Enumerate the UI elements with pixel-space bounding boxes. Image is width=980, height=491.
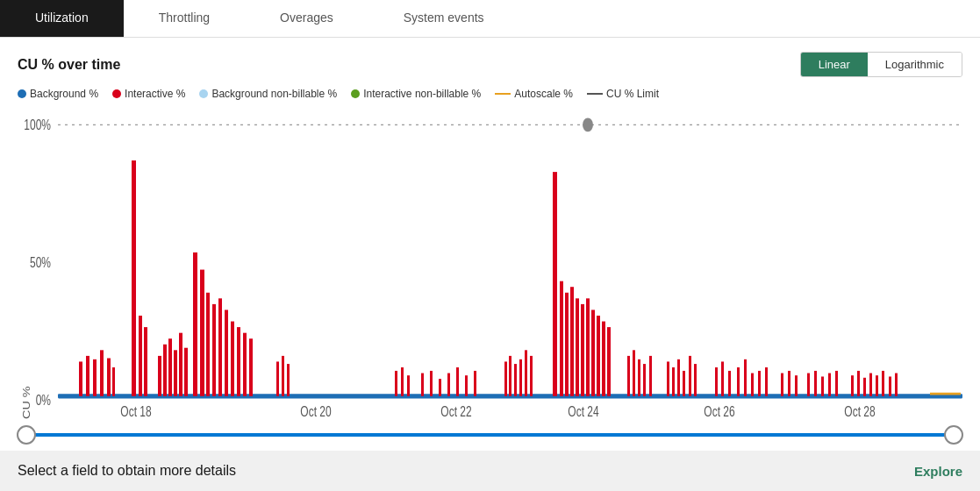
svg-rect-80 (781, 374, 783, 396)
legend-background-nonbillable: Background non-billable % (199, 88, 337, 100)
svg-rect-89 (857, 371, 860, 396)
svg-rect-31 (276, 361, 279, 395)
svg-rect-52 (565, 293, 569, 396)
legend-cu-limit: CU % Limit (587, 88, 659, 100)
svg-rect-92 (876, 375, 878, 396)
legend-interactive: Interactive % (112, 88, 185, 100)
svg-rect-58 (597, 316, 600, 396)
legend-interactive-nonbillable: Interactive non-billable % (351, 88, 481, 100)
tab-throttling[interactable]: Throttling (124, 0, 245, 37)
svg-rect-45 (509, 356, 511, 396)
svg-rect-65 (649, 356, 652, 396)
svg-rect-37 (421, 374, 424, 396)
interactive-nonbillable-dot (351, 89, 360, 98)
explore-button[interactable]: Explore (914, 464, 962, 479)
svg-rect-83 (807, 374, 810, 396)
svg-rect-90 (863, 378, 866, 396)
svg-rect-49 (530, 356, 533, 396)
svg-text:Oct 20: Oct 20 (300, 404, 332, 419)
cu-limit-dash (587, 93, 603, 95)
range-thumb-right[interactable] (944, 425, 963, 445)
svg-text:CU %: CU % (21, 386, 32, 419)
svg-rect-33 (287, 364, 290, 396)
svg-rect-81 (788, 371, 790, 396)
svg-rect-25 (218, 298, 222, 395)
svg-rect-59 (602, 322, 605, 396)
svg-rect-23 (206, 293, 210, 396)
bottom-bar: Select a field to obtain more details Ex… (0, 451, 980, 491)
main-content: CU % over time Linear Logarithmic Backgr… (0, 38, 980, 451)
legend-interactive-label: Interactive % (125, 88, 185, 100)
svg-rect-6 (79, 361, 82, 395)
svg-rect-15 (158, 356, 161, 396)
svg-rect-74 (728, 371, 731, 396)
svg-rect-62 (633, 350, 635, 395)
svg-rect-70 (689, 356, 691, 396)
svg-rect-11 (112, 367, 115, 396)
chart-legend: Background % Interactive % Background no… (18, 88, 962, 100)
svg-rect-10 (107, 359, 111, 396)
chart-svg: 100% 50% 0% (18, 109, 962, 419)
svg-rect-34 (395, 371, 397, 396)
range-thumb-left[interactable] (17, 425, 36, 445)
svg-rect-22 (200, 270, 204, 396)
svg-rect-75 (737, 367, 740, 396)
svg-rect-43 (474, 371, 476, 396)
tab-overages[interactable]: Overages (245, 0, 368, 37)
svg-rect-63 (638, 359, 640, 396)
svg-rect-95 (895, 374, 898, 396)
tab-utilization[interactable]: Utilization (0, 0, 124, 37)
chart-title: CU % over time (18, 57, 120, 73)
svg-rect-24 (212, 304, 216, 396)
svg-rect-68 (677, 359, 680, 396)
svg-rect-69 (683, 371, 685, 396)
range-slider[interactable] (18, 419, 962, 451)
svg-rect-85 (821, 376, 824, 395)
svg-rect-28 (237, 327, 240, 396)
svg-text:Oct 24: Oct 24 (568, 404, 599, 419)
svg-rect-38 (430, 371, 433, 396)
logarithmic-button[interactable]: Logarithmic (868, 53, 962, 76)
svg-rect-64 (643, 364, 646, 396)
interactive-dot (112, 89, 121, 98)
svg-rect-7 (86, 356, 89, 396)
legend-cu-limit-label: CU % Limit (606, 88, 659, 100)
range-fill (26, 433, 954, 437)
svg-rect-26 (225, 310, 228, 395)
svg-rect-19 (179, 333, 182, 396)
svg-rect-17 (168, 338, 172, 396)
svg-rect-44 (504, 361, 507, 395)
svg-rect-13 (139, 316, 142, 396)
range-line (26, 433, 954, 437)
chart-area: 100% 50% 0% (18, 109, 962, 419)
svg-rect-56 (586, 298, 590, 395)
tab-system-events[interactable]: System events (368, 0, 519, 37)
svg-rect-20 (184, 348, 188, 396)
linear-button[interactable]: Linear (801, 53, 868, 76)
svg-rect-48 (525, 350, 527, 395)
svg-rect-77 (751, 374, 754, 396)
background-dot (18, 89, 26, 98)
svg-point-4 (583, 117, 593, 132)
svg-rect-46 (514, 364, 517, 396)
legend-interactive-nonbillable-label: Interactive non-billable % (363, 88, 481, 100)
range-track (26, 426, 954, 444)
svg-text:100%: 100% (24, 117, 51, 132)
svg-rect-55 (581, 304, 584, 396)
svg-rect-60 (607, 327, 611, 396)
svg-rect-39 (439, 379, 441, 396)
svg-rect-86 (828, 374, 831, 396)
svg-rect-36 (407, 375, 410, 396)
legend-background-label: Background % (30, 88, 98, 100)
legend-autoscale: Autoscale % (495, 88, 573, 100)
svg-rect-16 (163, 345, 167, 396)
svg-rect-47 (519, 359, 522, 396)
svg-rect-53 (570, 287, 574, 396)
svg-text:50%: 50% (30, 254, 51, 270)
svg-rect-50 (553, 172, 557, 396)
svg-rect-84 (814, 371, 817, 396)
svg-rect-35 (401, 367, 404, 396)
svg-rect-40 (447, 374, 450, 396)
svg-rect-29 (243, 333, 247, 396)
background-nonbillable-dot (199, 89, 208, 98)
